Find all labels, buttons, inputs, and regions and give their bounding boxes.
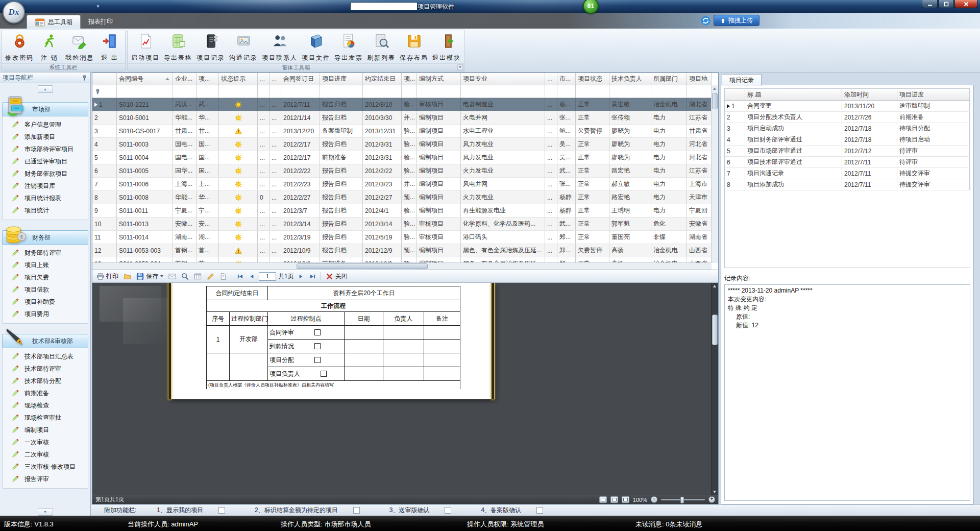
grid-column-header[interactable]: 合同编号	[117, 73, 173, 85]
grid-row[interactable]: 9S011-0011宁夏...宁.........2012/3/7报告归档201…	[92, 204, 712, 218]
zoom-slider[interactable]	[661, 499, 705, 500]
grid-row[interactable]: 2S010-5001华能...华.........2012/1/14报告归档20…	[92, 111, 712, 125]
sidebar-scroll-up-button[interactable]: ▲	[38, 85, 53, 93]
grid-row[interactable]: 1S010-2221武汉...武.........2012/7/11报告归档20…	[92, 98, 712, 111]
grid-horizontal-scrollbar[interactable]	[92, 262, 712, 270]
start-project-button[interactable]: 启动项目	[129, 31, 162, 63]
grid-filter-cell[interactable]	[417, 85, 461, 98]
sidebar-item[interactable]: 注销项目库	[3, 180, 88, 192]
sidebar-item[interactable]: 财务部催款项目	[3, 167, 88, 180]
sidebar-group-header[interactable]: 技术部&审核部	[2, 334, 88, 348]
record-row[interactable]: 3项目启动成功2012/7/18待项目分配	[725, 123, 970, 134]
project-files-button[interactable]: 项目文件	[300, 31, 332, 63]
grid-filter-cell[interactable]	[402, 85, 417, 98]
grid-filter-cell[interactable]	[461, 85, 545, 98]
grid-filter-cell[interactable]	[651, 85, 687, 98]
grid-filter-cell[interactable]	[92, 85, 117, 98]
grid-filter-cell[interactable]	[197, 85, 219, 98]
grid-column-header[interactable]: 市...	[557, 73, 576, 85]
grid-column-header[interactable]: ...	[270, 73, 281, 85]
record-column-header[interactable]: 标 题	[745, 89, 842, 100]
record-column-header[interactable]: 添加时间	[842, 89, 897, 100]
tab-project-record[interactable]: 项目记录	[722, 74, 762, 86]
grid-row[interactable]: 6S011-0005国华...国.........2012/2/22报告归档20…	[92, 164, 712, 178]
checkbox[interactable]	[445, 507, 451, 514]
sidebar-item[interactable]: 项目费用	[3, 308, 88, 320]
sidebar-item[interactable]: 项目补助费	[3, 296, 88, 308]
grid-row[interactable]: 10S011-0013安徽...安.........2012/3/14报告归档2…	[92, 218, 712, 231]
grid-filter-cell[interactable]	[117, 85, 173, 98]
record-column-header[interactable]	[725, 89, 745, 100]
checkbox[interactable]	[314, 329, 321, 335]
addon-option[interactable]: 3、送审版确认	[389, 506, 452, 515]
close-preview-button[interactable]: 关闭	[324, 272, 349, 281]
project-contacts-button[interactable]: 项目联系人	[260, 31, 300, 63]
checkbox[interactable]	[314, 357, 321, 363]
grid-column-header[interactable]: 技术负责人	[609, 73, 651, 85]
previous-page-icon[interactable]	[247, 273, 257, 280]
grid-row[interactable]: 8S011-0008华能...华...0...2012/2/27报告归档2012…	[92, 191, 712, 204]
record-row[interactable]: 8项目添加成功2012/7/11待提交评审	[725, 179, 970, 190]
grid-filter-cell[interactable]	[258, 85, 270, 98]
sidebar-item[interactable]: 项目统计	[3, 204, 88, 216]
record-row[interactable]: 1合同变更2013/11/20送审版印制	[725, 101, 970, 112]
page-setup-icon[interactable]	[218, 272, 229, 281]
sidebar-item[interactable]: 二次审核	[3, 448, 88, 461]
sidebar-item[interactable]: 技术部项目汇总表	[3, 350, 88, 363]
addon-option[interactable]: 2、标识结算金额为待定的项目	[255, 506, 360, 515]
sidebar-item[interactable]: 客户信息管理	[3, 118, 88, 131]
checkbox[interactable]	[218, 507, 225, 514]
view-mode-3-button[interactable]	[622, 496, 629, 503]
grid-row[interactable]: 5S011-0004国电...国.........2012/2/17前期准备20…	[92, 151, 712, 164]
sidebar-item[interactable]: 三次审核-修改项目	[3, 461, 88, 473]
pin-icon[interactable]	[81, 75, 88, 81]
sidebar-scroll-down-button[interactable]: ▼	[38, 508, 53, 516]
sidebar-item[interactable]: 一次审核	[3, 436, 88, 448]
grid-column-header[interactable]: 状态提示	[219, 73, 258, 85]
search-icon[interactable]	[180, 272, 190, 281]
grid-filter-cell[interactable]	[687, 85, 712, 98]
grid-filter-cell[interactable]	[545, 85, 557, 98]
zoom-in-button[interactable]: +	[708, 496, 715, 503]
grid-column-header[interactable]: 项目专业	[461, 73, 545, 85]
grid-row[interactable]: 12S011-0053-003首钢...首.........2012/10/9报…	[92, 244, 712, 257]
grid-row[interactable]: 11S011-0014湖南...湖.........2012/3/19报告归档2…	[92, 231, 712, 244]
addon-option[interactable]: 4、备案版确认	[481, 506, 543, 515]
checkbox[interactable]	[321, 371, 327, 377]
grid-filter-cell[interactable]	[173, 85, 197, 98]
app-logo[interactable]: Dx	[3, 1, 25, 23]
record-row[interactable]: 2项目分配技术负责人2012/7/26前期准备	[725, 112, 970, 123]
sidebar-item[interactable]: 技术部待分配	[3, 375, 88, 387]
sidebar-item[interactable]: 现场检查	[3, 399, 88, 412]
maximize-button[interactable]	[938, 0, 954, 8]
first-page-icon[interactable]	[235, 273, 245, 280]
grid-column-header[interactable]: 项目地	[687, 73, 712, 85]
save-layout-button[interactable]: 保存布局	[398, 31, 430, 63]
print-button[interactable]: 打印	[95, 272, 120, 281]
record-row[interactable]: 6项目技术部评审通过2012/7/11待评审	[725, 157, 970, 168]
dialog-launcher-icon[interactable]	[457, 64, 463, 70]
grid-vertical-scrollbar[interactable]	[711, 85, 718, 263]
sidebar-item[interactable]: 添加新项目	[3, 131, 88, 143]
grid-row[interactable]: 4S011-0003国电...国.........2012/2/17报告归档20…	[92, 138, 712, 151]
edit-icon[interactable]	[205, 272, 216, 281]
next-page-icon[interactable]	[296, 273, 306, 280]
sidebar-group-header[interactable]: $ 财务部	[2, 230, 88, 245]
refresh-list-button[interactable]: 刷新列表	[365, 31, 398, 63]
sidebar-item[interactable]: 项目统计报表	[3, 192, 88, 204]
grid-filter-cell[interactable]	[576, 85, 609, 98]
tab-report-print[interactable]: 报表打印	[81, 15, 120, 29]
checkbox[interactable]	[353, 507, 360, 514]
grid-filter-cell[interactable]	[609, 85, 651, 98]
sidebar-item[interactable]: 已通过评审项目	[3, 155, 88, 167]
project-record-button[interactable]: 项目记录	[194, 31, 227, 63]
sidebar-group-header[interactable]: 市场部	[2, 102, 88, 116]
grid-row[interactable]: 7S011-0006上海...上.........2012/2/23报告归档20…	[92, 178, 712, 191]
password-button[interactable]: 修改密码	[3, 31, 36, 63]
grid-filter-cell[interactable]	[219, 85, 258, 98]
exit-module-button[interactable]: 退出模块	[430, 31, 463, 63]
open-folder-icon[interactable]	[122, 272, 133, 281]
export-invoice-button[interactable]: 导出发票	[332, 31, 365, 63]
grid-column-header[interactable]: 项...	[402, 73, 417, 85]
grid-column-header[interactable]: 合同签订日	[281, 73, 320, 85]
